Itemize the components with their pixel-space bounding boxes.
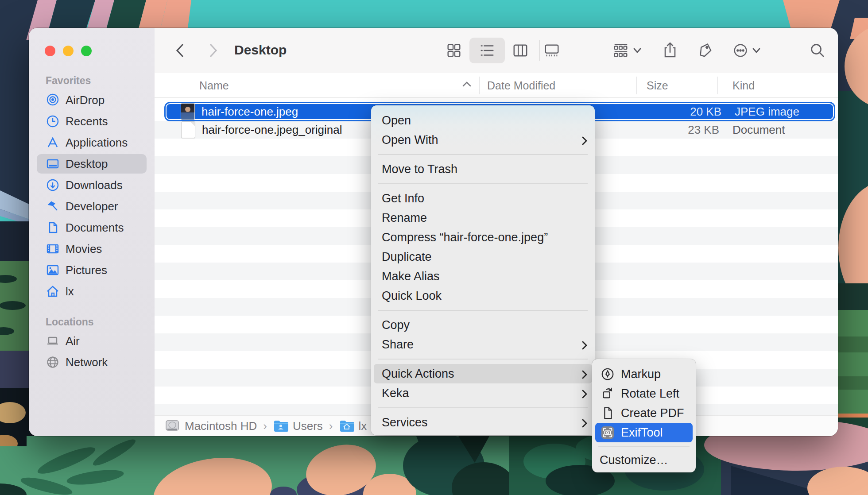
- path-item-users[interactable]: Users: [293, 419, 323, 433]
- back-button[interactable]: [171, 42, 189, 59]
- menu-separator: [378, 407, 588, 408]
- photo-icon: [46, 263, 60, 277]
- column-header-size[interactable]: Size: [647, 79, 668, 92]
- column-divider[interactable]: [479, 77, 480, 94]
- column-header-date-modified[interactable]: Date Modified: [487, 79, 555, 92]
- document-file-icon: [181, 121, 195, 138]
- hammer-icon: [46, 200, 60, 213]
- menu-item-copy[interactable]: Copy: [371, 315, 595, 335]
- close-button[interactable]: [45, 46, 55, 56]
- menu-item-services[interactable]: Services: [371, 413, 595, 432]
- file-name: hair-force-one.jpeg: [202, 105, 298, 119]
- file-kind: JPEG image: [735, 105, 799, 119]
- menu-item-move-to-trash[interactable]: Move to Trash: [371, 159, 595, 179]
- image-thumbnail: [181, 103, 195, 120]
- file-size: 20 KB: [642, 105, 721, 119]
- sidebar-item-documents[interactable]: Documents: [37, 218, 147, 237]
- list-view-button[interactable]: [477, 42, 497, 59]
- sidebar-item-label: Downloads: [66, 178, 123, 192]
- submenu-chevron-icon: [581, 340, 588, 353]
- file-size: 23 KB: [639, 123, 719, 137]
- column-divider[interactable]: [717, 77, 718, 94]
- file-name: hair-force-one.jpeg_original: [202, 123, 342, 137]
- zoom-button[interactable]: [81, 46, 92, 56]
- submenu-item-create-pdf[interactable]: Create PDF: [595, 403, 693, 423]
- forward-button[interactable]: [205, 42, 222, 59]
- column-header-kind[interactable]: Kind: [732, 79, 755, 92]
- sidebar-item-label: Movies: [66, 242, 102, 256]
- menu-item-quick-look[interactable]: Quick Look: [371, 286, 595, 306]
- sidebar-item-label: Applications: [66, 136, 128, 150]
- context-menu: Open Open With Move to Trash Get Info Re…: [371, 105, 595, 435]
- menu-item-open-with[interactable]: Open With: [371, 130, 595, 150]
- menu-separator: [378, 154, 588, 155]
- path-chevron-icon: ›: [263, 419, 267, 433]
- sidebar-item-pictures[interactable]: Pictures: [37, 260, 147, 280]
- sidebar-item-airdrop[interactable]: AirDrop: [37, 90, 147, 110]
- sidebar-item-label: Documents: [66, 221, 124, 235]
- sidebar-item-developer[interactable]: Developer: [37, 197, 147, 216]
- menu-separator: [378, 359, 588, 360]
- folder-home-icon: [339, 419, 354, 433]
- path-item-lx[interactable]: lx: [359, 419, 367, 433]
- sidebar-item-label: Desktop: [66, 157, 108, 171]
- icon-view-button[interactable]: [444, 42, 464, 59]
- submenu-item-rotate-left[interactable]: Rotate Left: [595, 384, 693, 403]
- toolbar: Desktop: [155, 28, 838, 73]
- document-icon: [46, 221, 60, 234]
- quick-actions-submenu: Markup Rotate Left Create PDF ExifTool C…: [592, 359, 696, 472]
- menu-item-share[interactable]: Share: [371, 335, 595, 354]
- globe-icon: [46, 356, 60, 369]
- share-button[interactable]: [660, 42, 680, 59]
- sidebar-item-label: Recents: [66, 115, 108, 128]
- menu-item-open[interactable]: Open: [371, 111, 595, 130]
- sidebar-item-downloads[interactable]: Downloads: [37, 175, 147, 195]
- window-title: Desktop: [234, 43, 287, 58]
- submenu-item-exiftool[interactable]: ExifTool: [595, 423, 693, 442]
- sidebar-item-air[interactable]: Air: [37, 331, 147, 351]
- desktop-icon: [46, 157, 60, 170]
- download-circle-icon: [46, 178, 60, 192]
- sidebar-item-home-lx[interactable]: lx: [37, 282, 147, 301]
- menu-item-make-alias[interactable]: Make Alias: [371, 267, 595, 286]
- sidebar-item-label: Developer: [66, 200, 118, 213]
- menu-item-keka[interactable]: Keka: [371, 383, 595, 403]
- sidebar-item-label: Network: [66, 356, 108, 369]
- sidebar-item-applications[interactable]: Applications: [37, 133, 147, 152]
- sidebar-item-movies[interactable]: Movies: [37, 239, 147, 259]
- column-view-button[interactable]: [511, 42, 530, 59]
- sidebar-item-label: Pictures: [66, 263, 107, 277]
- menu-item-get-info[interactable]: Get Info: [371, 189, 595, 208]
- folder-user-icon: [273, 419, 288, 433]
- submenu-chevron-icon: [581, 135, 588, 149]
- tag-button[interactable]: [696, 42, 715, 59]
- create-pdf-icon: [600, 405, 616, 421]
- file-kind: Document: [732, 123, 785, 137]
- path-item-macintosh-hd[interactable]: Macintosh HD: [185, 419, 257, 433]
- submenu-chevron-icon: [581, 388, 588, 402]
- sidebar-item-recents[interactable]: Recents: [37, 112, 147, 131]
- column-divider[interactable]: [636, 77, 637, 94]
- menu-item-quick-actions[interactable]: Quick Actions: [374, 364, 592, 383]
- more-actions-button[interactable]: [729, 42, 763, 59]
- menu-separator: [378, 310, 588, 311]
- sidebar-item-desktop[interactable]: Desktop: [37, 154, 147, 174]
- exiftool-app-icon: [600, 425, 616, 441]
- submenu-chevron-icon: [581, 418, 588, 431]
- submenu-item-customize[interactable]: Customize…: [592, 451, 696, 469]
- menu-item-compress[interactable]: Compress “hair-force-one.jpeg”: [371, 228, 595, 247]
- search-button[interactable]: [808, 42, 827, 59]
- submenu-separator: [598, 446, 690, 447]
- sidebar: Favorites AirDrop Recents Applications: [29, 28, 155, 436]
- toolbar-divider: [539, 40, 540, 61]
- gallery-view-button[interactable]: [542, 42, 562, 59]
- sidebar-item-network[interactable]: Network: [37, 352, 147, 372]
- menu-item-rename[interactable]: Rename: [371, 208, 595, 228]
- column-header-name[interactable]: Name: [199, 79, 229, 92]
- path-chevron-icon: ›: [329, 419, 333, 433]
- minimize-button[interactable]: [63, 46, 74, 56]
- submenu-item-markup[interactable]: Markup: [595, 364, 693, 384]
- menu-item-duplicate[interactable]: Duplicate: [371, 247, 595, 267]
- group-by-button[interactable]: [610, 42, 643, 59]
- chevron-down-icon: [752, 48, 760, 53]
